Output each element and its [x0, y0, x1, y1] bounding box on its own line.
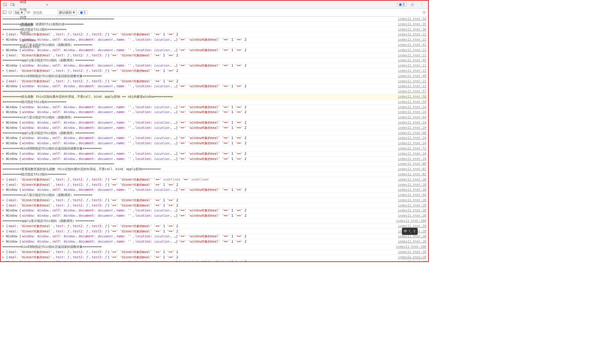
console-row[interactable]: ▶Window {window: Window, self: Window, d… — [1, 213, 428, 219]
console-row[interactable]: ========================================… — [1, 162, 428, 167]
console-row[interactable]: ▶Window {window: Window, self: Window, d… — [1, 105, 428, 110]
console-row[interactable]: ▶{meal: 'dinner对象的meal', test: ƒ, test2:… — [1, 53, 428, 58]
source-link[interactable]: index11.html:58 — [395, 94, 426, 99]
source-link[interactable]: index11.html:28 — [395, 198, 426, 203]
source-link[interactable]: index11.html:24 — [395, 110, 426, 115]
console-row[interactable]: ▶Window {window: Window, self: Window, d… — [1, 136, 428, 141]
device-toggle-icon[interactable] — [9, 1, 16, 8]
source-link[interactable]: index11.html:49 — [395, 74, 426, 79]
source-link[interactable]: index11.html:28 — [395, 250, 426, 255]
gear-icon[interactable] — [409, 1, 416, 8]
console-row[interactable]: ▶{meal: 'dinner对象的meal', test: ƒ, test2:… — [1, 182, 428, 188]
console-row[interactable]: ▶Window {window: Window, self: Window, d… — [1, 125, 428, 131]
console-row[interactable]: ▶Window {window: Window, self: Window, d… — [1, 260, 428, 261]
context-selector[interactable]: top ▼ — [14, 10, 25, 15]
source-link[interactable]: index11.html:21 — [395, 68, 426, 73]
log-level-selector[interactable]: 默认级别 ▼ — [58, 10, 77, 15]
source-link[interactable]: index11.html:68 — [395, 131, 426, 136]
console-row[interactable]: ==========bind强制指定this指向且返回新的函数对象=======… — [1, 146, 428, 151]
hidden-count-badge[interactable]: 3 — [78, 10, 88, 15]
console-row[interactable]: ▶Window {window: Window, self: Window, d… — [1, 239, 428, 244]
source-link[interactable]: index11.html:24 — [395, 105, 426, 110]
console-row[interactable]: ▶Window {window: Window, self: Window, d… — [1, 63, 428, 68]
source-link[interactable]: index11.html:24 — [395, 157, 426, 162]
source-link[interactable]: index11.html:100 — [394, 219, 426, 223]
source-link[interactable]: index11.html:24 — [395, 120, 426, 125]
source-link[interactable]: index11.html:80 — [395, 162, 426, 166]
kebab-icon[interactable]: ⋮ — [418, 1, 425, 8]
source-link[interactable]: index11.html:28 — [395, 177, 426, 182]
tab-5[interactable]: 网络 — [17, 0, 43, 6]
source-link[interactable]: index11.html:21 — [395, 53, 426, 58]
console-row[interactable]: ==========call显示指定this指向（函数调用）==========… — [1, 193, 428, 198]
console-row[interactable]: ▶Window {window: Window, self: Window, d… — [1, 84, 428, 89]
source-link[interactable]: index11.html:28 — [395, 239, 426, 244]
issues-badge[interactable]: 3 — [397, 2, 407, 7]
source-link[interactable]: index11.html:28 — [395, 208, 426, 213]
console-row[interactable]: ▶Window {window: Window, self: Window, d… — [1, 120, 428, 125]
add-tab[interactable]: + — [43, 1, 51, 8]
source-link[interactable]: index11.html:28 — [395, 182, 426, 187]
source-link[interactable]: index11.html:28 — [395, 213, 426, 218]
inspect-icon[interactable] — [2, 1, 9, 8]
console-row[interactable]: ▶{meal: 'dinner对象的meal', test: ƒ, test2:… — [1, 250, 428, 255]
source-link[interactable]: index11.html:72 — [395, 146, 426, 151]
source-link[interactable]: index11.html:57 — [395, 89, 426, 94]
console-row[interactable]: ▶{meal: 'dinner对象的meal', test: ƒ, test2:… — [1, 203, 428, 208]
console-row[interactable]: ==========隐式指定this指向==========index11.ht… — [1, 100, 428, 105]
console-output[interactable]: ========================================… — [1, 17, 428, 261]
source-link[interactable]: index11.html:81 — [395, 167, 426, 172]
source-link[interactable]: index11.html:45 — [395, 58, 426, 63]
source-link[interactable]: index11.html:24 — [395, 141, 426, 146]
console-row[interactable]: ▶{meal: 'dinner对象的meal', test: ƒ, test2:… — [1, 68, 428, 74]
source-link[interactable]: index11.html:36 — [395, 27, 426, 32]
console-row[interactable]: ▶Window {window: Window, self: Window, d… — [1, 110, 428, 115]
console-row[interactable]: ==========apply显示指定this指向（函数调用）=========… — [1, 219, 428, 224]
console-row[interactable]: ==========apply显示指定this指向（函数调用）=========… — [1, 58, 428, 63]
console-row[interactable]: ==========bind强制指定this指向且返回新的函数对象=======… — [1, 74, 428, 79]
source-link[interactable]: index11.html:21 — [395, 84, 426, 89]
source-link[interactable]: index11.html:24 — [395, 151, 426, 156]
source-link[interactable]: index11.html:21 — [395, 48, 426, 53]
console-row[interactable]: ========================================… — [1, 17, 428, 22]
source-link[interactable]: index11.html:34 — [395, 17, 426, 22]
console-row[interactable]: ==========普通函数 谁调用this就指向谁==========inde… — [1, 22, 428, 27]
source-link[interactable]: index11.html:21 — [395, 37, 426, 42]
source-link[interactable]: index11.html:41 — [395, 43, 426, 47]
clear-console-icon[interactable] — [8, 10, 12, 15]
source-link[interactable]: index11.html:28 — [395, 203, 426, 208]
console-row[interactable]: ▶{meal: 'dinner对象的meal', test: ƒ, test2:… — [1, 224, 428, 229]
console-row[interactable]: ▶Window {window: Window, self: Window, d… — [1, 141, 428, 146]
console-row[interactable]: ▶{meal: 'dinner对象的meal', test: ƒ, test2:… — [1, 79, 428, 84]
console-row[interactable]: ==========call显示指定this指向（函数调用）==========… — [1, 43, 428, 48]
console-row[interactable]: ==========隐式指定this指向==========index11.ht… — [1, 27, 428, 32]
source-link[interactable]: index11.html:24 — [395, 125, 426, 130]
console-row[interactable]: ========================================… — [1, 89, 428, 94]
console-row[interactable]: ▶{meal: 'dinner对象的meal', test: ƒ, test2:… — [1, 229, 428, 234]
console-row[interactable]: ▶Window {window: Window, self: Window, d… — [1, 208, 428, 213]
console-settings-icon[interactable] — [422, 10, 426, 15]
source-link[interactable]: index11.html:21 — [395, 63, 426, 68]
filter-input[interactable] — [32, 10, 56, 15]
source-link[interactable]: index11.html:28 — [395, 187, 426, 192]
console-row[interactable]: ==========bind强制指定this指向且返回新的函数对象=======… — [1, 244, 428, 250]
console-row[interactable]: ▶Window {window: Window, self: Window, d… — [1, 37, 428, 43]
console-row[interactable]: ▶{meal: 'dinner对象的meal', test: ƒ, test2:… — [1, 177, 428, 182]
source-link[interactable]: index11.html:21 — [395, 79, 426, 84]
console-row[interactable]: ▶Window {window: Window, self: Window, d… — [1, 48, 428, 53]
source-link[interactable]: index11.html:21 — [395, 32, 426, 37]
console-row[interactable]: ▶Window {window: Window, self: Window, d… — [1, 157, 428, 162]
console-row[interactable]: ▶{meal: 'dinner对象的meal', test: ƒ, test2:… — [1, 255, 428, 260]
source-link[interactable]: index11.html:64 — [395, 115, 426, 120]
source-link[interactable]: index11.html:24 — [395, 136, 426, 141]
live-expr-icon[interactable] — [26, 10, 31, 15]
source-link[interactable]: index11.html:35 — [395, 22, 426, 27]
console-row[interactable]: ==========apply显示指定this指向（函数调用）=========… — [1, 131, 428, 136]
source-link[interactable]: index11.html:106 — [394, 244, 426, 249]
sidebar-toggle-icon[interactable] — [2, 10, 7, 15]
console-row[interactable]: ==========call显示指定this指向（函数调用）==========… — [1, 115, 428, 120]
ime-indicator[interactable]: 中 °, ⇧ — [402, 228, 418, 235]
console-row[interactable]: ▶Window {window: Window, self: Window, d… — [1, 234, 428, 239]
console-row[interactable]: ▶{meal: 'dinner对象的meal', test: ƒ, test2:… — [1, 32, 428, 37]
console-row[interactable]: ▶Window {window: Window, self: Window, d… — [1, 187, 428, 193]
